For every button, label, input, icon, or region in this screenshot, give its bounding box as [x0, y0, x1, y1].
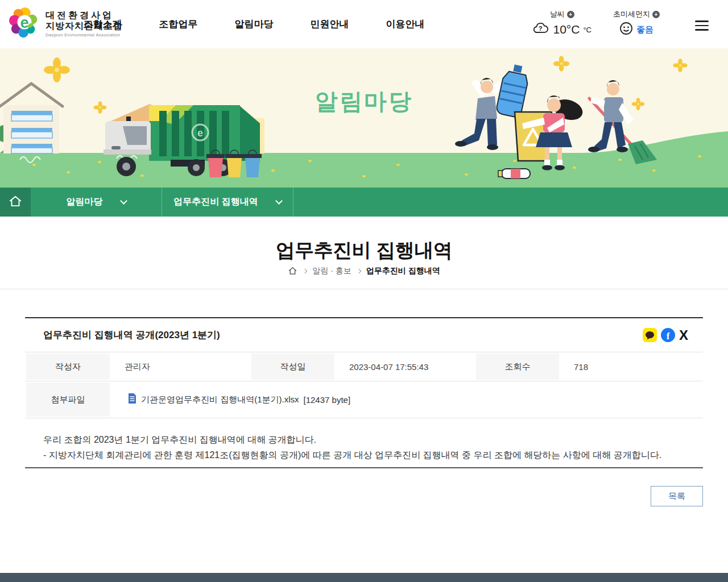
- author-label: 작성자: [25, 352, 111, 381]
- gnb-dropdown-section[interactable]: 알림마당: [31, 188, 162, 217]
- button-row: 목록: [25, 486, 703, 506]
- chevron-down-icon: [120, 197, 127, 205]
- menu-icon[interactable]: [695, 20, 709, 31]
- list-button[interactable]: 목록: [651, 486, 703, 506]
- x-share-icon[interactable]: X: [679, 328, 688, 342]
- page: e 대전환경사업 지방자치단체조합 Daejeon Environmental …: [0, 0, 728, 582]
- breadcrumb-bar: 알림마당 업무추진비 집행내역: [0, 188, 728, 217]
- dust-expand-icon[interactable]: +: [652, 11, 660, 18]
- svg-text:e: e: [20, 14, 28, 31]
- footer-strip: [0, 573, 728, 582]
- nav-item-notice[interactable]: 알림마당: [216, 0, 292, 48]
- gnb-section-label: 알림마당: [67, 196, 103, 208]
- file-icon: [128, 393, 136, 406]
- share-buttons: f X: [643, 328, 688, 342]
- dust-label: 초미세먼지: [613, 9, 650, 19]
- header-widgets: 날씨 + ? 10°C °C 초미세먼지 +: [532, 9, 660, 38]
- breadcrumb-home-icon[interactable]: [288, 266, 297, 276]
- breadcrumb-separator-icon: [357, 269, 361, 273]
- breadcrumb-current: 업무추진비 집행내역: [366, 266, 440, 276]
- post-body: 우리 조합의 2023년 1분기 업무추진비 집행내역에 대해 공개합니다. -…: [25, 418, 703, 468]
- body-line: 우리 조합의 2023년 1분기 업무추진비 집행내역에 대해 공개합니다.: [43, 432, 685, 447]
- nav-item-intro[interactable]: 조합소개: [65, 0, 140, 48]
- kakao-share-icon[interactable]: [643, 328, 657, 342]
- author-value: 관리자: [111, 352, 250, 381]
- smiley-icon: [619, 22, 633, 38]
- home-button[interactable]: [0, 188, 31, 217]
- section-divider: [0, 289, 728, 289]
- nav-item-work[interactable]: 조합업무: [140, 0, 216, 48]
- svg-text:e: e: [197, 127, 203, 139]
- body-line: - 지방자치단체 회계관리에 관한 훈령 제121조(집행현황의 공개)에 따른…: [43, 447, 685, 463]
- views-value: 718: [560, 352, 703, 381]
- attachment-name: 기관운영업무추진비 집행내역(1분기).xlsx: [141, 394, 299, 405]
- temperature-unit: °C: [583, 26, 592, 34]
- weather-widget: 날씨 + ? 10°C °C: [532, 9, 592, 38]
- attachment-size: [12437 byte]: [304, 395, 351, 405]
- views-label: 조회수: [475, 352, 560, 381]
- home-icon: [8, 194, 23, 211]
- attachment-row: 첨부파일 기관운영업무추진비 집행내역(1분기).xlsx [12437 byt…: [25, 381, 703, 418]
- hero-illustration: e: [0, 48, 728, 188]
- cloud-icon: ?: [532, 22, 549, 38]
- dust-widget: 초미세먼지 + 좋음: [613, 9, 660, 38]
- dust-status: 좋음: [636, 24, 653, 35]
- breadcrumb-item[interactable]: 알림 · 홍보: [312, 266, 351, 276]
- post-header: 업무추진비 집행내역 공개(2023년 1분기) f X: [25, 318, 703, 352]
- main-nav: 조합소개 조합업무 알림마당 민원안내 이용안내: [65, 0, 443, 48]
- date-label: 작성일: [250, 352, 336, 381]
- post-title: 업무추진비 집행내역 공개(2023년 1분기): [43, 329, 220, 342]
- weather-expand-icon[interactable]: +: [567, 11, 574, 18]
- nav-item-guide[interactable]: 이용안내: [367, 0, 443, 48]
- chevron-down-icon: [275, 197, 283, 205]
- temperature-value: 10°C: [553, 23, 580, 36]
- gnb-page-label: 업무추진비 집행내역: [173, 196, 258, 208]
- facebook-share-icon[interactable]: f: [661, 328, 675, 342]
- hero-title: 알림마당: [0, 86, 728, 117]
- gnb-dropdown-page[interactable]: 업무추진비 집행내역: [162, 188, 293, 217]
- nav-item-civil[interactable]: 민원안내: [292, 0, 367, 48]
- post-meta-table: 작성자 관리자 작성일 2023-04-07 17:55:43 조회수 718: [25, 352, 703, 381]
- date-value: 2023-04-07 17:55:43: [336, 352, 475, 381]
- attachment-link[interactable]: 기관운영업무추진비 집행내역(1분기).xlsx [12437 byte]: [111, 381, 703, 418]
- breadcrumb: 알림 · 홍보 업무추진비 집행내역: [0, 266, 728, 276]
- page-title: 업무추진비 집행내역: [0, 238, 728, 264]
- header: e 대전환경사업 지방자치단체조합 Daejeon Environmental …: [0, 0, 728, 48]
- post-detail: 업무추진비 집행내역 공개(2023년 1분기) f X 작성자 관리자 작성일…: [25, 317, 703, 506]
- attachment-label: 첨부파일: [25, 381, 111, 418]
- weather-label: 날씨: [550, 9, 565, 19]
- logo-mark-icon: e: [8, 6, 41, 41]
- svg-text:?: ?: [539, 25, 543, 32]
- hero-banner: e: [0, 48, 728, 188]
- breadcrumb-separator-icon: [303, 269, 307, 273]
